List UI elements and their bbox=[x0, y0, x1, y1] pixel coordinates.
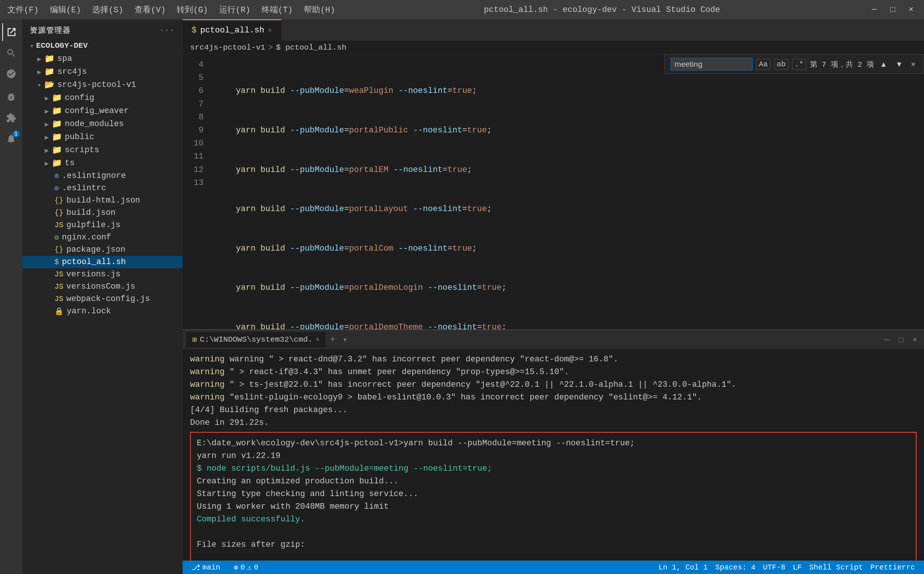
breadcrumb-item-file[interactable]: $ pctool_all.sh bbox=[276, 43, 346, 52]
status-encoding[interactable]: UTF-8 bbox=[760, 563, 788, 572]
folder-open-icon: 📂 bbox=[44, 80, 54, 90]
sidebar-item-config[interactable]: ▶ 📁 config bbox=[22, 91, 183, 104]
menu-goto[interactable]: 转到(G) bbox=[177, 4, 208, 15]
status-language[interactable]: Shell Script bbox=[806, 563, 866, 572]
menu-run[interactable]: 运行(R) bbox=[219, 4, 250, 15]
chevron-right-icon: ▶ bbox=[37, 68, 41, 76]
terminal-tab-close[interactable]: × bbox=[316, 336, 320, 344]
menu-terminal[interactable]: 终端(T) bbox=[262, 4, 293, 15]
find-regex-button[interactable]: .* bbox=[792, 59, 806, 70]
status-right: Ln 1, Col 1 Spaces: 4 UTF-8 LF Shell Scr… bbox=[655, 563, 918, 572]
code-editor[interactable]: yarn build --pubModule=weaPlugin --noesl… bbox=[209, 54, 924, 330]
window-controls[interactable]: ─ □ × bbox=[869, 4, 916, 16]
sidebar: 资源管理器 ··· ▾ ECOLOGY-DEV ▶ 📁 spa ▶ 📁 src4… bbox=[22, 19, 183, 574]
find-whole-word-button[interactable]: ab bbox=[774, 59, 788, 70]
terminal-file-sizes: File sizes after gzip: bbox=[197, 539, 910, 551]
sidebar-title: 资源管理器 bbox=[30, 25, 71, 35]
sidebar-item-yarn-lock[interactable]: 🔒 yarn.lock bbox=[22, 305, 183, 317]
minimize-button[interactable]: ─ bbox=[869, 4, 880, 16]
sidebar-item-gulpfile-js[interactable]: JS gulpfile.js bbox=[22, 219, 183, 231]
sidebar-item-ts[interactable]: ▶ 📁 ts bbox=[22, 157, 183, 170]
chevron-right-icon: ▶ bbox=[45, 133, 49, 141]
find-close-button[interactable]: × bbox=[909, 59, 918, 69]
status-errors[interactable]: ⊗ 0 ⚠ 0 bbox=[231, 561, 261, 574]
find-prev-button[interactable]: ▲ bbox=[878, 59, 890, 69]
chevron-right-icon: ▶ bbox=[45, 159, 49, 167]
sidebar-more-icon[interactable]: ··· bbox=[160, 26, 175, 35]
terminal-tab-cmd[interactable]: ⊞ C:\WINDOWS\system32\cmd. × bbox=[186, 332, 325, 348]
close-button[interactable]: × bbox=[906, 4, 916, 16]
sidebar-item-label: src4js-pctool-v1 bbox=[57, 80, 136, 90]
titlebar-menus[interactable]: 文件(F) 编辑(E) 选择(S) 查看(V) 转到(G) 运行(R) 终端(T… bbox=[8, 4, 335, 15]
sidebar-item-label: node_modules bbox=[65, 119, 124, 129]
sidebar-item-public[interactable]: ▶ 📁 public bbox=[22, 131, 183, 144]
menu-help[interactable]: 帮助(H) bbox=[304, 4, 335, 15]
activity-debug[interactable] bbox=[2, 88, 20, 106]
terminal-close-button[interactable]: × bbox=[910, 333, 920, 346]
activity-git[interactable] bbox=[2, 65, 20, 83]
sidebar-item-src4js[interactable]: ▶ 📁 src4js bbox=[22, 65, 183, 78]
find-match-case-button[interactable]: Aa bbox=[756, 59, 770, 70]
file-js-icon: JS bbox=[54, 295, 63, 303]
sidebar-item-node-modules[interactable]: ▶ 📁 node_modules bbox=[22, 117, 183, 131]
sidebar-item-eslintrc[interactable]: ⊙ .eslintrc bbox=[22, 182, 183, 194]
sidebar-root[interactable]: ▾ ECOLOGY-DEV bbox=[22, 39, 183, 52]
sidebar-item-label: spa bbox=[57, 54, 72, 63]
sidebar-item-versionscom-js[interactable]: JS versionsCom.js bbox=[22, 281, 183, 293]
sidebar-item-nginx-conf[interactable]: ⚙ nginx.conf bbox=[22, 231, 183, 244]
activity-extensions[interactable] bbox=[2, 109, 20, 127]
terminal-add-button[interactable]: + bbox=[327, 333, 338, 346]
terminal-maximize-button[interactable]: □ bbox=[896, 333, 907, 346]
find-next-button[interactable]: ▼ bbox=[893, 59, 905, 69]
code-line: yarn build --pubModule=portalDemoLogin -… bbox=[216, 281, 916, 294]
activity-notification[interactable]: 1 bbox=[2, 130, 20, 148]
maximize-button[interactable]: □ bbox=[888, 4, 898, 16]
warning-label: warning bbox=[190, 393, 225, 402]
find-input[interactable] bbox=[671, 58, 753, 71]
menu-select[interactable]: 选择(S) bbox=[92, 4, 123, 15]
breadcrumb-item-root[interactable]: src4js-pctool-v1 bbox=[190, 43, 266, 52]
menu-file[interactable]: 文件(F) bbox=[8, 4, 39, 15]
sidebar-item-pctool-all-sh[interactable]: $ pctool_all.sh bbox=[22, 256, 183, 268]
terminal-content[interactable]: warning warning " > react-dnd@7.3.2" has… bbox=[183, 350, 924, 561]
terminal-controls: ─ □ × bbox=[881, 333, 920, 346]
menu-view[interactable]: 查看(V) bbox=[135, 4, 166, 15]
sidebar-item-config-weaver[interactable]: ▶ 📁 config_weaver bbox=[22, 104, 183, 117]
terminal-minimize-button[interactable]: ─ bbox=[881, 333, 893, 346]
error-icon: ⊗ bbox=[234, 563, 238, 572]
sidebar-item-scripts[interactable]: ▶ 📁 scripts bbox=[22, 144, 183, 157]
activity-explorer[interactable] bbox=[2, 23, 20, 41]
editor-tab-pctool[interactable]: $ pctool_all.sh × bbox=[183, 19, 281, 41]
sidebar-item-versions-js[interactable]: JS versions.js bbox=[22, 268, 183, 281]
notification-badge: 1 bbox=[13, 131, 19, 137]
terminal-warning-3: warning " > ts-jest@22.0.1" has incorrec… bbox=[190, 378, 916, 391]
status-spaces[interactable]: Spaces: 4 bbox=[712, 563, 759, 572]
status-git-branch[interactable]: ⎇ main bbox=[189, 561, 223, 574]
activity-search[interactable] bbox=[2, 44, 20, 62]
sidebar-item-eslintignore[interactable]: ⊙ .eslintignore bbox=[22, 170, 183, 182]
sidebar-item-label: package.json bbox=[66, 245, 125, 254]
status-ln-col[interactable]: Ln 1, Col 1 bbox=[655, 563, 711, 572]
menu-edit[interactable]: 编辑(E) bbox=[50, 4, 81, 15]
terminal-starting: Starting type checking and linting servi… bbox=[197, 488, 910, 500]
sidebar-item-label: scripts bbox=[65, 145, 99, 155]
sidebar-item-label: webpack-config.js bbox=[66, 294, 150, 304]
file-sh-icon: $ bbox=[54, 258, 59, 266]
editor-area: $ pctool_all.sh × src4js-pctool-v1 > $ p… bbox=[183, 19, 924, 574]
sidebar-header-icons[interactable]: ··· bbox=[160, 26, 175, 35]
terminal-chevron-button[interactable]: ▾ bbox=[340, 333, 350, 346]
sidebar-item-spa[interactable]: ▶ 📁 spa bbox=[22, 52, 183, 65]
sidebar-item-webpack-config-js[interactable]: JS webpack-config.js bbox=[22, 293, 183, 305]
sidebar-item-package-json[interactable]: {} package.json bbox=[22, 244, 183, 256]
chevron-right-icon: ▶ bbox=[37, 55, 41, 63]
main-layout: 1 资源管理器 ··· ▾ ECOLOGY-DEV ▶ 📁 spa ▶ 📁 bbox=[0, 19, 924, 574]
status-prettier[interactable]: Prettierrc bbox=[867, 563, 918, 572]
chevron-right-icon: ▶ bbox=[45, 120, 49, 128]
tab-close-button[interactable]: × bbox=[268, 27, 272, 34]
terminal-tab-bar: ⊞ C:\WINDOWS\system32\cmd. × + ▾ ─ □ × bbox=[183, 330, 924, 350]
sidebar-item-build-html-json[interactable]: {} build-html.json bbox=[22, 194, 183, 207]
sidebar-item-src4js-pctool-v1[interactable]: ▾ 📂 src4js-pctool-v1 bbox=[22, 78, 183, 91]
spaces-text: Spaces: 4 bbox=[715, 563, 756, 572]
status-eol[interactable]: LF bbox=[790, 563, 805, 572]
sidebar-item-build-json[interactable]: {} build.json bbox=[22, 207, 183, 219]
